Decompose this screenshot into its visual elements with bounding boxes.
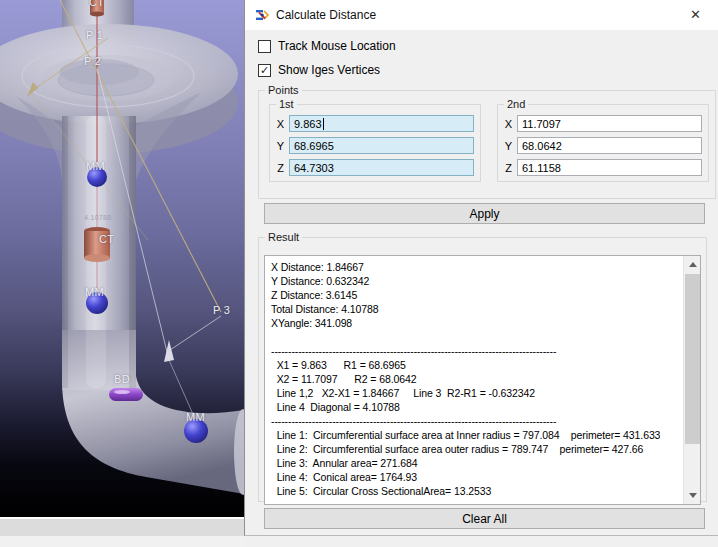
distance-annotation: 4.10788 — [84, 214, 111, 221]
marker-label-ct-top: CT — [89, 0, 104, 8]
point2-y-input[interactable]: 68.0642 — [517, 137, 702, 154]
point2-y-label: Y — [500, 140, 512, 152]
marker-label-mm-upper: MM — [86, 160, 105, 172]
point1-y-input[interactable]: 68.6965 — [289, 137, 474, 154]
point2-x-label: X — [500, 118, 512, 130]
point1-z-input[interactable]: 64.7303 — [289, 159, 474, 176]
track-mouse-checkbox[interactable]: Track Mouse Location — [258, 39, 396, 53]
scroll-down-icon[interactable] — [684, 487, 701, 504]
track-mouse-label: Track Mouse Location — [278, 39, 396, 53]
point1-x-label: X — [272, 118, 284, 130]
result-group: Result X Distance: 1.84667 Y Distance: 0… — [258, 231, 707, 502]
result-text: X Distance: 1.84667 Y Distance: 0.632342… — [265, 256, 700, 505]
point1-group-label: 1st — [276, 98, 297, 110]
marker-label-bd: BD — [114, 373, 130, 385]
dialog-titlebar: Calculate Distance ✕ — [245, 0, 718, 30]
screen: CT P 1 P 2 MM 4.10788 CT MM P 3 BD MM Ca… — [0, 0, 718, 547]
checkbox-unchecked-icon — [258, 40, 271, 53]
dialog-title: Calculate Distance — [276, 8, 376, 22]
3d-viewport[interactable]: CT P 1 P 2 MM 4.10788 CT MM P 3 BD MM — [0, 0, 244, 517]
checkbox-checked-icon: ✓ — [258, 64, 271, 77]
marker-label-p1: P 1 — [86, 29, 103, 41]
scroll-up-icon[interactable] — [684, 256, 701, 273]
show-iges-checkbox[interactable]: ✓ Show Iges Vertices — [258, 63, 380, 77]
result-group-label: Result — [265, 231, 302, 243]
app-icon — [254, 7, 270, 23]
marker-label-ct-mid: CT — [99, 233, 114, 245]
scrollbar-thumb[interactable] — [685, 274, 700, 444]
apply-button[interactable]: Apply — [264, 203, 705, 224]
point2-z-label: Z — [500, 162, 512, 174]
point2-x-input[interactable]: 11.7097 — [517, 115, 702, 132]
pipe-model-render — [0, 0, 244, 517]
point2-group-label: 2nd — [504, 98, 528, 110]
point1-z-label: Z — [272, 162, 284, 174]
point2-group: 2nd X 11.7097 Y 68.0642 Z 61.1158 — [497, 98, 709, 182]
result-textarea[interactable]: X Distance: 1.84667 Y Distance: 0.632342… — [264, 255, 701, 505]
result-scrollbar[interactable] — [683, 256, 700, 504]
marker-label-p2: P 2 — [84, 55, 101, 67]
point1-y-label: Y — [272, 140, 284, 152]
marker-label-p3: P 3 — [213, 304, 230, 316]
background-window-edge — [0, 517, 244, 547]
point1-group: 1st X 9.863 Y 68.6965 Z 64.7303 — [269, 98, 481, 182]
text-cursor — [323, 118, 324, 130]
points-group: Points 1st X 9.863 Y 68.6965 Z 64.7303 — [258, 84, 716, 199]
point2-z-input[interactable]: 61.1158 — [517, 159, 702, 176]
show-iges-label: Show Iges Vertices — [278, 63, 380, 77]
point1-x-input[interactable]: 9.863 — [289, 115, 474, 132]
marker-label-mm-lower: MM — [186, 411, 205, 423]
clear-all-button[interactable]: Clear All — [264, 508, 705, 529]
calculate-distance-dialog: Calculate Distance ✕ Track Mouse Locatio… — [244, 0, 718, 536]
close-button[interactable]: ✕ — [673, 0, 718, 29]
marker-label-mm-mid: MM — [85, 286, 104, 298]
points-group-label: Points — [265, 84, 302, 96]
